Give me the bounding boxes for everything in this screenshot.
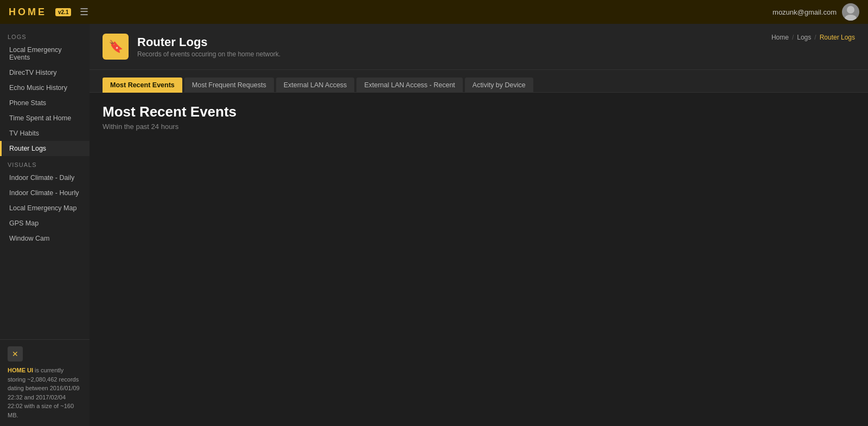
sidebar-item-window-cam[interactable]: Window Cam <box>0 231 90 246</box>
sidebar: Logs Local Emergency EventsDirecTV Histo… <box>0 24 90 426</box>
hamburger-icon[interactable]: ☰ <box>80 6 88 18</box>
sidebar-item-local-emergency-events[interactable]: Local Emergency Events <box>0 42 90 65</box>
page-title: Router Logs <box>137 35 280 49</box>
breadcrumb-logs[interactable]: Logs <box>797 34 811 41</box>
logs-section-label: Logs <box>0 28 90 42</box>
tab-external-lan-access[interactable]: External LAN Access <box>276 78 355 93</box>
tab-activity-by-device[interactable]: Activity by Device <box>465 78 533 93</box>
sidebar-bottom: ✕ HOME UI is currently storing ~2,080,46… <box>0 339 90 426</box>
user-email: mozunk@gmail.com <box>773 8 837 16</box>
tab-most-frequent-requests[interactable]: Most Frequent Requests <box>184 78 274 93</box>
sidebar-item-router-logs[interactable]: Router Logs <box>0 141 90 156</box>
sidebar-item-gps-map[interactable]: GPS Map <box>0 216 90 231</box>
sidebar-item-local-emergency-map[interactable]: Local Emergency Map <box>0 201 90 216</box>
svg-point-0 <box>847 6 854 14</box>
sidebar-item-tv-habits[interactable]: TV Habits <box>0 126 90 141</box>
breadcrumb-sep2: / <box>814 34 816 41</box>
breadcrumb-current: Router Logs <box>820 34 855 41</box>
table-subtitle: Within the past 24 hours <box>103 122 855 131</box>
sidebar-item-indoor-climate-daily[interactable]: Indoor Climate - Daily <box>0 170 90 185</box>
logo: HOME <box>9 7 47 18</box>
svg-point-1 <box>845 15 857 21</box>
sidebar-item-time-spent-at-home[interactable]: Time Spent at Home <box>0 111 90 126</box>
page-icon: 🔖 <box>103 34 129 60</box>
content-area: 🔖 Router Logs Records of events occuring… <box>90 24 868 426</box>
sidebar-item-echo-music-history[interactable]: Echo Music History <box>0 80 90 95</box>
sidebar-item-directv-history[interactable]: DirecTV History <box>0 65 90 80</box>
sidebar-item-indoor-climate-hourly[interactable]: Indoor Climate - Hourly <box>0 185 90 201</box>
table-section: Most Recent Events Within the past 24 ho… <box>90 93 868 150</box>
breadcrumb-sep1: / <box>792 34 794 41</box>
tab-most-recent-events[interactable]: Most Recent Events <box>103 78 182 93</box>
main-layout: Logs Local Emergency EventsDirecTV Histo… <box>0 24 868 426</box>
page-subtitle: Records of events occuring on the home n… <box>137 50 280 58</box>
tab-bar: Most Recent EventsMost Frequent Requests… <box>90 70 868 93</box>
version-badge: v2.1 <box>55 8 71 16</box>
tab-external-lan-access-recent[interactable]: External LAN Access - Recent <box>356 78 462 93</box>
topbar-right: mozunk@gmail.com <box>773 3 859 21</box>
breadcrumb: Home / Logs / Router Logs <box>771 34 855 41</box>
avatar <box>842 3 859 21</box>
sidebar-logs-items: Local Emergency EventsDirecTV HistoryEch… <box>0 42 90 156</box>
table-title: Most Recent Events <box>103 104 855 120</box>
topbar-left: HOME v2.1 ☰ <box>9 6 88 18</box>
home-icon: ✕ <box>8 346 23 362</box>
sidebar-item-phone-stats[interactable]: Phone Stats <box>0 95 90 111</box>
sidebar-storage-info: HOME UI is currently storing ~2,080,462 … <box>8 366 82 419</box>
sidebar-visuals-items: Indoor Climate - DailyIndoor Climate - H… <box>0 170 90 246</box>
visuals-section-label: Visuals <box>0 156 90 170</box>
breadcrumb-home[interactable]: Home <box>771 34 789 41</box>
page-header-text: Router Logs Records of events occuring o… <box>137 35 280 58</box>
page-header: 🔖 Router Logs Records of events occuring… <box>90 24 868 70</box>
topbar: HOME v2.1 ☰ mozunk@gmail.com <box>0 0 868 24</box>
